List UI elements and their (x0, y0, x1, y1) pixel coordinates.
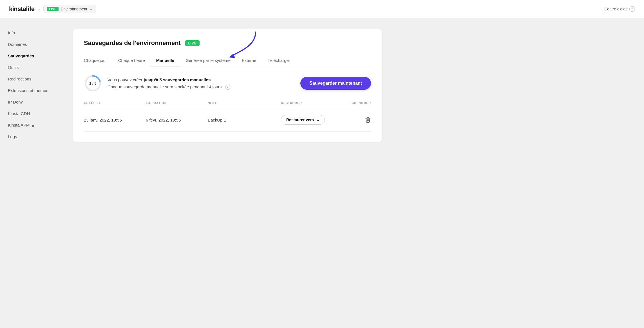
sidebar-item-ip-deny[interactable]: IP Deny (0, 96, 59, 108)
info-text: Vous pouvez créer jusqu'à 5 sauvegardes … (108, 76, 230, 91)
help-label: Centre d'aide (604, 7, 628, 11)
tab-externe[interactable]: Externe (236, 55, 262, 66)
env-selector[interactable]: LIVE Environnement ⌄ (43, 5, 96, 13)
sidebar-item-outils[interactable]: Outils (0, 62, 59, 73)
content-area: Sauvegardes de l'environnement LIVE Chaq… (59, 18, 644, 328)
th-restaurer: RESTAURER (281, 101, 337, 105)
th-expiration: EXPIRATION (146, 101, 208, 105)
sidebar-item-domaines[interactable]: Domaines (0, 39, 59, 50)
sidebar-item-logs[interactable]: Logs (0, 131, 59, 142)
main-card: Sauvegardes de l'environnement LIVE Chaq… (73, 29, 382, 142)
live-badge: LIVE (47, 7, 58, 11)
card-live-badge: LIVE (185, 40, 200, 46)
help-icon: ? (629, 6, 635, 12)
restore-button[interactable]: Restaurer vers ⌄ (281, 115, 325, 125)
restore-label: Restaurer vers (286, 118, 314, 122)
cell-supprimer (337, 117, 371, 123)
info-left: 1 / 5 Vous pouvez créer jusqu'à 5 sauveg… (84, 74, 230, 92)
sidebar: Info Domaines Sauvegardes Outils Redirec… (0, 18, 59, 328)
th-cree-le: CRÉÉE LE (84, 101, 146, 105)
logo-chevron-icon[interactable]: ⌄ (37, 7, 41, 11)
main-layout: Info Domaines Sauvegardes Outils Redirec… (0, 18, 644, 328)
sidebar-item-redirections[interactable]: Redirections (0, 73, 59, 85)
topnav-left: kinstalife ⌄ LIVE Environnement ⌄ (9, 5, 96, 13)
env-chevron-icon: ⌄ (90, 7, 93, 11)
logo: kinstalife (9, 5, 34, 13)
tab-chaque-heure[interactable]: Chaque heure (113, 55, 151, 66)
delete-button[interactable] (365, 117, 371, 123)
topnav: kinstalife ⌄ LIVE Environnement ⌄ Centre… (0, 0, 644, 18)
sidebar-item-sauvegardes[interactable]: Sauvegardes (0, 50, 59, 62)
tabs-container: Chaque jour Chaque heure Manuelle Généré… (84, 55, 371, 66)
progress-label: 1 / 5 (89, 81, 96, 86)
help-link[interactable]: Centre d'aide ? (604, 6, 635, 12)
cell-cree-le: 23 janv. 2022, 19:55 (84, 118, 146, 122)
info-line2: Chaque sauvegarde manuelle sera stockée … (108, 83, 230, 91)
tab-manuelle[interactable]: Manuelle (151, 55, 180, 66)
info-tooltip-icon[interactable]: ? (225, 85, 230, 90)
tab-chaque-jour[interactable]: Chaque jour (84, 55, 113, 66)
cell-note: BackUp 1 (208, 118, 281, 122)
sidebar-item-kinsta-cdn[interactable]: Kinsta CDN (0, 108, 59, 119)
tab-generee[interactable]: Générée par le système (180, 55, 236, 66)
table-row: 23 janv. 2022, 19:55 6 févr. 2022, 19:55… (84, 108, 371, 132)
save-now-button[interactable]: Sauvegarder maintenant (300, 77, 371, 90)
sidebar-item-info[interactable]: Info (0, 27, 59, 39)
card-title: Sauvegardes de l'environnement (84, 39, 181, 47)
card-header: Sauvegardes de l'environnement LIVE (84, 39, 371, 47)
env-label: Environnement (61, 7, 87, 11)
cell-expiration: 6 févr. 2022, 19:55 (146, 118, 208, 122)
table-header: CRÉÉE LE EXPIRATION NOTE RESTAURER SUPPR… (84, 101, 371, 108)
sidebar-item-extensions[interactable]: Extensions et thèmes (0, 85, 59, 96)
tab-telecharger[interactable]: Télécharger (262, 55, 296, 66)
info-bold: jusqu'à 5 sauvegardes manuelles. (144, 77, 212, 82)
progress-circle: 1 / 5 (84, 74, 102, 92)
restore-chevron-icon: ⌄ (316, 118, 319, 122)
info-line1: Vous pouvez créer jusqu'à 5 sauvegardes … (108, 76, 230, 84)
cell-restaurer: Restaurer vers ⌄ (281, 115, 337, 125)
info-row: 1 / 5 Vous pouvez créer jusqu'à 5 sauveg… (84, 74, 371, 92)
trash-icon (365, 117, 371, 123)
th-supprimer: SUPPRIMER (337, 101, 371, 105)
sidebar-item-kinsta-apm[interactable]: Kinsta APM ▲ (0, 119, 59, 131)
th-note: NOTE (208, 101, 281, 105)
